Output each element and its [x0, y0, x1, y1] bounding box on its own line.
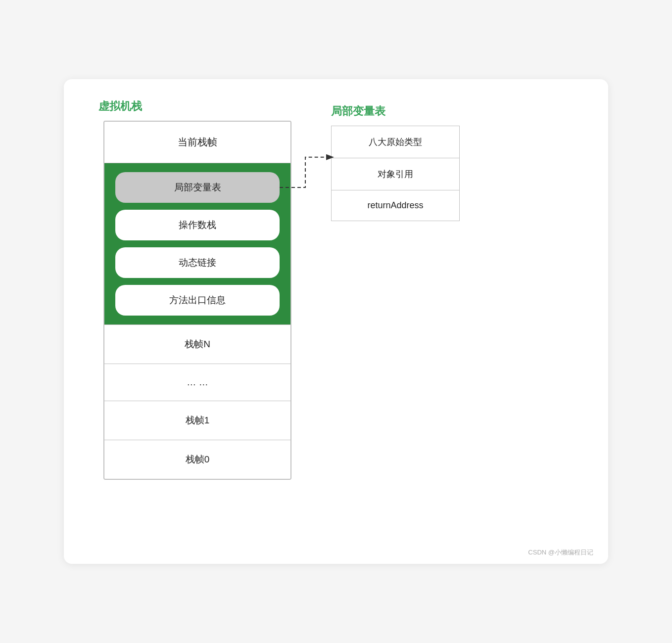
method-exit-item: 方法出口信息 — [115, 285, 280, 316]
dynamic-link-item: 动态链接 — [115, 247, 280, 278]
stack-container: 当前栈帧 局部变量表 操作数栈 动态链接 方法出口信息 栈帧N … … 栈帧1 … — [103, 121, 291, 480]
object-ref-row: 对象引用 — [332, 158, 459, 190]
local-vars-table: 八大原始类型 对象引用 returnAddress — [331, 126, 460, 221]
local-vars-item: 局部变量表 — [115, 172, 280, 203]
stack-green-section: 局部变量表 操作数栈 动态链接 方法出口信息 — [104, 163, 290, 324]
stack-bottom-rows: 栈帧N … … 栈帧1 栈帧0 — [104, 324, 290, 479]
return-address-row: returnAddress — [332, 190, 459, 221]
current-frame-row: 当前栈帧 — [104, 122, 290, 163]
primitive-types-row: 八大原始类型 — [332, 126, 459, 158]
watermark: CSDN @小懒编程日记 — [528, 548, 593, 557]
right-section: 局部变量表 八大原始类型 对象引用 returnAddress — [331, 99, 578, 221]
ellipsis-row: … … — [104, 364, 290, 401]
stack-title: 虚拟机栈 — [94, 99, 142, 114]
frame-0-row: 栈帧0 — [104, 440, 290, 479]
left-section: 虚拟机栈 当前栈帧 局部变量表 操作数栈 动态链接 方法出口信息 栈帧N … …… — [94, 99, 301, 480]
operand-stack-item: 操作数栈 — [115, 210, 280, 240]
page-container: 虚拟机栈 当前栈帧 局部变量表 操作数栈 动态链接 方法出口信息 栈帧N … …… — [64, 79, 608, 564]
frame-1-row: 栈帧1 — [104, 401, 290, 440]
frame-n-row: 栈帧N — [104, 324, 290, 364]
local-vars-table-title: 局部变量表 — [331, 104, 385, 119]
